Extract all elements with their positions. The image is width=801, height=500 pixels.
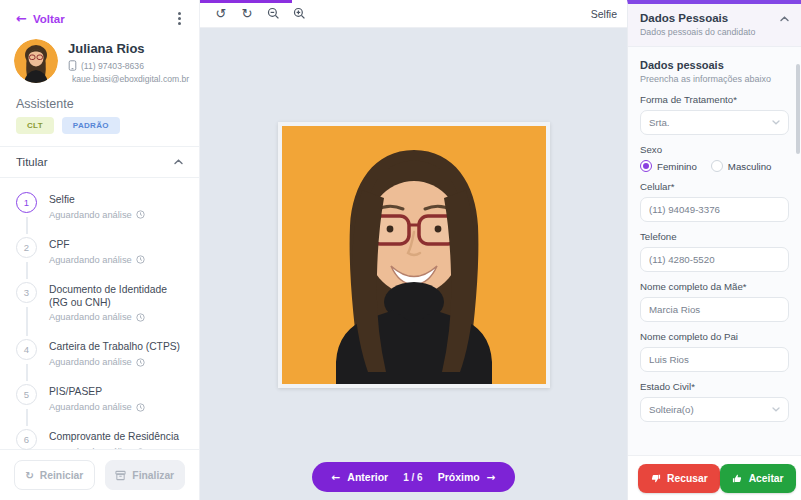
step-number: 3 (16, 282, 37, 303)
thumbs-up-icon (732, 473, 743, 484)
viewer-canvas (200, 28, 627, 500)
previous-label: Anterior (347, 471, 388, 483)
radio-masculino[interactable]: Masculino (711, 160, 772, 172)
clock-icon (136, 403, 145, 412)
panel-subtitle: Dados pessoais do candidato (640, 27, 755, 37)
step-status: Aguardando análise (49, 255, 132, 265)
clock-icon (136, 255, 145, 264)
tratamento-value: Srta. (649, 117, 669, 128)
radio-icon (711, 160, 723, 172)
rotate-right-icon[interactable]: ↻ (234, 3, 260, 25)
assistente-title: Assistente (0, 87, 199, 117)
telefone-input[interactable] (640, 247, 789, 272)
next-button[interactable]: Próximo → (438, 471, 496, 483)
step-cpf[interactable]: 2 CPF Aguardando análise (16, 237, 185, 282)
restart-button[interactable]: ↻ Reiniciar (14, 460, 95, 490)
clock-icon (136, 210, 145, 219)
clock-icon (136, 313, 145, 322)
profile-info: Juliana Rios (11) 97403-8636 kaue.biasi@… (68, 39, 185, 87)
arrow-right-icon: → (487, 471, 496, 483)
step-title: Carteira de Trabalho (CTPS) (49, 339, 180, 354)
arrow-left-icon: ← (332, 471, 341, 483)
step-number: 6 (16, 429, 37, 450)
progress-bar (200, 0, 292, 3)
candidate-name: Juliana Rios (68, 41, 185, 56)
sidebar-footer: ↻ Reiniciar Finalizar (0, 449, 199, 500)
panel-title: Dados Pessoais (640, 12, 755, 24)
nome-mae-input[interactable] (640, 297, 789, 322)
finish-button[interactable]: Finalizar (105, 460, 186, 490)
radio-feminino[interactable]: Feminino (640, 160, 697, 172)
nome-mae-label: Nome completo da Mãe* (640, 281, 789, 292)
arrow-left-icon: ← (16, 11, 27, 26)
candidate-email: kaue.biasi@eboxdigital.com.br (72, 74, 189, 84)
step-status: Aguardando análise (49, 312, 132, 322)
sexo-label: Sexo (640, 144, 789, 155)
viewer-toolbar: ↺ ↻ Selfie (200, 0, 627, 28)
more-options-icon[interactable] (174, 10, 185, 27)
step-pis-pasep[interactable]: 5 PIS/PASEP Aguardando análise (16, 384, 185, 429)
panel-header[interactable]: Dados Pessoais Dados pessoais do candida… (628, 4, 801, 47)
step-status: Aguardando análise (49, 210, 132, 220)
previous-button[interactable]: ← Anterior (332, 471, 389, 483)
candidate-profile: Juliana Rios (11) 97403-8636 kaue.biasi@… (0, 27, 199, 87)
sidebar-top-row: ← Voltar (0, 0, 199, 27)
clock-icon (136, 358, 145, 367)
zoom-in-icon[interactable] (286, 3, 312, 25)
step-selfie[interactable]: 1 Selfie Aguardando análise (16, 192, 185, 237)
step-ctps[interactable]: 4 Carteira de Trabalho (CTPS) Aguardando… (16, 339, 185, 384)
pagination-bar: ← Anterior 1 / 6 Próximo → (312, 462, 516, 492)
chevron-up-icon (780, 16, 789, 22)
step-number: 5 (16, 384, 37, 405)
rotate-left-icon[interactable]: ↺ (208, 3, 234, 25)
chevron-down-icon (772, 120, 780, 125)
reject-label: Recusar (667, 473, 708, 484)
form-section-title: Dados pessoais (640, 59, 789, 71)
celular-input[interactable] (640, 197, 789, 222)
zoom-out-icon[interactable] (260, 3, 286, 25)
celular-label: Celular* (640, 181, 789, 192)
step-number: 1 (16, 192, 37, 213)
finish-label: Finalizar (132, 470, 174, 481)
step-title: CPF (49, 237, 145, 252)
step-number: 2 (16, 237, 37, 258)
radio-label: Feminino (657, 161, 697, 172)
thumbs-down-icon (650, 473, 661, 484)
accept-label: Aceitar (749, 473, 784, 484)
candidate-sidebar: ← Voltar Juliana Rios (0, 0, 200, 500)
restart-label: Reiniciar (40, 470, 84, 481)
step-rg-cnh[interactable]: 3 Documento de Identidade (RG ou CNH) Ag… (16, 282, 185, 340)
phone-icon (68, 60, 77, 71)
tratamento-select[interactable]: Srta. (640, 110, 789, 135)
back-button[interactable]: ← Voltar (16, 11, 65, 26)
selfie-photo[interactable] (278, 122, 550, 388)
step-title: Selfie (49, 192, 145, 207)
reject-button[interactable]: Recusar (638, 464, 720, 493)
badge-list: CLT PADRÃO (0, 117, 199, 134)
step-status: Aguardando análise (49, 357, 132, 367)
estado-civil-select[interactable]: Solteira(o) (640, 397, 789, 422)
accept-button[interactable]: Aceitar (720, 464, 796, 493)
app-window: ← Voltar Juliana Rios (0, 0, 801, 500)
titular-section-header[interactable]: Titular (0, 146, 199, 178)
archive-icon (115, 470, 126, 481)
form-section-subtitle: Preencha as informações abaixo (640, 74, 789, 84)
step-title: PIS/PASEP (49, 384, 145, 399)
chevron-down-icon (772, 407, 780, 412)
candidate-phone: (11) 97403-8636 (81, 61, 144, 71)
step-title: Comprovante de Residência (49, 429, 179, 444)
nome-pai-input[interactable] (640, 347, 789, 372)
titular-label: Titular (16, 156, 48, 168)
back-label: Voltar (33, 13, 65, 25)
sexo-radio-group: Feminino Masculino (640, 160, 789, 172)
scrollbar[interactable] (796, 64, 800, 154)
radio-icon (640, 160, 652, 172)
badge-padrao: PADRÃO (62, 117, 120, 134)
badge-clt: CLT (16, 117, 54, 134)
step-title: Documento de Identidade (RG ou CNH) (49, 282, 185, 310)
decision-footer: Recusar Aceitar (628, 455, 801, 500)
telefone-label: Telefone (640, 231, 789, 242)
avatar (14, 39, 58, 83)
tratamento-label: Forma de Tratamento* (640, 94, 789, 105)
step-status: Aguardando análise (49, 402, 132, 412)
